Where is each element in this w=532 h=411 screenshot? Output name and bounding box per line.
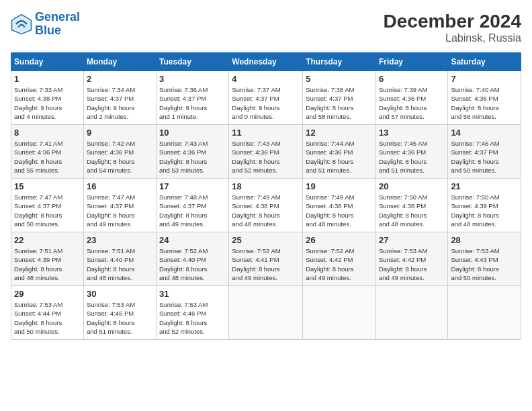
day-info: Sunrise: 7:42 AM Sunset: 4:36 PM Dayligh… (87, 139, 153, 175)
day-number: 18 (232, 181, 300, 191)
calendar-cell: 1Sunrise: 7:33 AM Sunset: 4:38 PM Daylig… (11, 71, 84, 125)
calendar-cell: 17Sunrise: 7:48 AM Sunset: 4:37 PM Dayli… (157, 179, 229, 232)
day-number: 7 (451, 74, 518, 84)
calendar-cell: 18Sunrise: 7:49 AM Sunset: 4:38 PM Dayli… (229, 179, 303, 232)
col-wednesday: Wednesday (229, 53, 303, 71)
calendar-cell: 16Sunrise: 7:47 AM Sunset: 4:37 PM Dayli… (83, 179, 156, 232)
title-block: December 2024 Labinsk, Russia (384, 11, 521, 44)
calendar-cell: 12Sunrise: 7:44 AM Sunset: 4:36 PM Dayli… (303, 125, 376, 179)
day-number: 5 (306, 74, 373, 84)
day-number: 3 (159, 74, 226, 84)
page-subtitle: Labinsk, Russia (384, 32, 521, 44)
calendar-cell: 6Sunrise: 7:39 AM Sunset: 4:36 PM Daylig… (375, 71, 447, 125)
day-number: 19 (306, 181, 373, 191)
day-info: Sunrise: 7:47 AM Sunset: 4:37 PM Dayligh… (87, 193, 153, 228)
day-number: 13 (379, 128, 445, 138)
calendar-cell: 31Sunrise: 7:53 AM Sunset: 4:46 PM Dayli… (157, 286, 229, 340)
calendar-cell: 4Sunrise: 7:37 AM Sunset: 4:37 PM Daylig… (229, 71, 303, 125)
col-saturday: Saturday (448, 53, 521, 71)
day-number: 28 (451, 235, 518, 245)
calendar-week-1: 8Sunrise: 7:41 AM Sunset: 4:36 PM Daylig… (11, 125, 521, 179)
logo-icon (11, 13, 32, 35)
calendar-cell: 8Sunrise: 7:41 AM Sunset: 4:36 PM Daylig… (11, 125, 84, 179)
calendar-cell: 25Sunrise: 7:52 AM Sunset: 4:41 PM Dayli… (229, 232, 303, 286)
day-number: 6 (379, 74, 445, 84)
day-number: 10 (159, 128, 226, 138)
day-number: 29 (14, 289, 81, 299)
day-number: 12 (306, 128, 373, 138)
day-number: 31 (159, 289, 226, 299)
calendar-cell: 27Sunrise: 7:53 AM Sunset: 4:42 PM Dayli… (375, 232, 447, 286)
calendar-cell (448, 286, 521, 340)
day-number: 23 (87, 235, 153, 245)
day-number: 4 (232, 74, 300, 84)
calendar-cell: 28Sunrise: 7:53 AM Sunset: 4:43 PM Dayli… (448, 232, 521, 286)
day-number: 8 (14, 128, 81, 138)
day-info: Sunrise: 7:53 AM Sunset: 4:45 PM Dayligh… (87, 300, 153, 336)
day-number: 26 (306, 235, 373, 245)
calendar-week-3: 22Sunrise: 7:51 AM Sunset: 4:39 PM Dayli… (11, 232, 521, 286)
day-info: Sunrise: 7:47 AM Sunset: 4:37 PM Dayligh… (14, 193, 81, 228)
logo-general: General (35, 10, 80, 24)
day-info: Sunrise: 7:51 AM Sunset: 4:40 PM Dayligh… (87, 246, 153, 282)
calendar-cell: 10Sunrise: 7:43 AM Sunset: 4:36 PM Dayli… (157, 125, 229, 179)
calendar-header-row: SundayMondayTuesdayWednesdayThursdayFrid… (11, 53, 521, 71)
col-sunday: Sunday (11, 53, 84, 71)
calendar-cell (303, 286, 376, 340)
day-info: Sunrise: 7:46 AM Sunset: 4:37 PM Dayligh… (451, 139, 518, 175)
day-info: Sunrise: 7:52 AM Sunset: 4:42 PM Dayligh… (306, 246, 373, 282)
day-info: Sunrise: 7:49 AM Sunset: 4:38 PM Dayligh… (306, 193, 373, 228)
col-thursday: Thursday (303, 53, 376, 71)
calendar-cell: 20Sunrise: 7:50 AM Sunset: 4:38 PM Dayli… (375, 179, 447, 232)
calendar-cell: 30Sunrise: 7:53 AM Sunset: 4:45 PM Dayli… (83, 286, 156, 340)
calendar-cell: 2Sunrise: 7:34 AM Sunset: 4:37 PM Daylig… (83, 71, 156, 125)
page-title: December 2024 (384, 11, 521, 32)
day-number: 20 (379, 181, 445, 191)
calendar-cell (229, 286, 303, 340)
day-number: 17 (159, 181, 226, 191)
logo-text: General Blue (35, 11, 80, 38)
day-number: 22 (14, 235, 81, 245)
day-number: 2 (87, 74, 153, 84)
calendar-cell: 24Sunrise: 7:52 AM Sunset: 4:40 PM Dayli… (157, 232, 229, 286)
day-info: Sunrise: 7:38 AM Sunset: 4:37 PM Dayligh… (306, 85, 373, 121)
logo-blue: Blue (35, 24, 61, 37)
day-info: Sunrise: 7:48 AM Sunset: 4:37 PM Dayligh… (159, 193, 226, 228)
day-info: Sunrise: 7:53 AM Sunset: 4:44 PM Dayligh… (14, 300, 81, 336)
day-info: Sunrise: 7:39 AM Sunset: 4:36 PM Dayligh… (379, 85, 445, 121)
col-friday: Friday (375, 53, 447, 71)
day-number: 1 (14, 74, 81, 84)
logo: General Blue (11, 11, 80, 38)
day-number: 16 (87, 181, 153, 191)
day-info: Sunrise: 7:41 AM Sunset: 4:36 PM Dayligh… (14, 139, 81, 175)
day-info: Sunrise: 7:44 AM Sunset: 4:36 PM Dayligh… (306, 139, 373, 175)
calendar-week-2: 15Sunrise: 7:47 AM Sunset: 4:37 PM Dayli… (11, 179, 521, 232)
day-number: 30 (87, 289, 153, 299)
calendar-week-4: 29Sunrise: 7:53 AM Sunset: 4:44 PM Dayli… (11, 286, 521, 340)
day-info: Sunrise: 7:50 AM Sunset: 4:38 PM Dayligh… (379, 193, 445, 228)
calendar-cell: 26Sunrise: 7:52 AM Sunset: 4:42 PM Dayli… (303, 232, 376, 286)
col-tuesday: Tuesday (157, 53, 229, 71)
calendar-table: SundayMondayTuesdayWednesdayThursdayFrid… (11, 52, 521, 340)
day-info: Sunrise: 7:50 AM Sunset: 4:39 PM Dayligh… (451, 193, 518, 228)
day-info: Sunrise: 7:36 AM Sunset: 4:37 PM Dayligh… (159, 85, 226, 121)
day-info: Sunrise: 7:43 AM Sunset: 4:36 PM Dayligh… (159, 139, 226, 175)
day-info: Sunrise: 7:34 AM Sunset: 4:37 PM Dayligh… (87, 85, 153, 121)
day-info: Sunrise: 7:52 AM Sunset: 4:41 PM Dayligh… (232, 246, 300, 282)
calendar-cell: 9Sunrise: 7:42 AM Sunset: 4:36 PM Daylig… (83, 125, 156, 179)
page: General Blue December 2024 Labinsk, Russ… (0, 0, 532, 411)
day-number: 21 (451, 181, 518, 191)
calendar-cell: 11Sunrise: 7:43 AM Sunset: 4:36 PM Dayli… (229, 125, 303, 179)
calendar-cell: 19Sunrise: 7:49 AM Sunset: 4:38 PM Dayli… (303, 179, 376, 232)
calendar-cell: 7Sunrise: 7:40 AM Sunset: 4:36 PM Daylig… (448, 71, 521, 125)
calendar-cell: 22Sunrise: 7:51 AM Sunset: 4:39 PM Dayli… (11, 232, 84, 286)
calendar-cell: 21Sunrise: 7:50 AM Sunset: 4:39 PM Dayli… (448, 179, 521, 232)
calendar-cell: 3Sunrise: 7:36 AM Sunset: 4:37 PM Daylig… (157, 71, 229, 125)
day-number: 27 (379, 235, 445, 245)
col-monday: Monday (83, 53, 156, 71)
calendar-cell: 15Sunrise: 7:47 AM Sunset: 4:37 PM Dayli… (11, 179, 84, 232)
calendar-cell (375, 286, 447, 340)
calendar-cell: 14Sunrise: 7:46 AM Sunset: 4:37 PM Dayli… (448, 125, 521, 179)
calendar-week-0: 1Sunrise: 7:33 AM Sunset: 4:38 PM Daylig… (11, 71, 521, 125)
day-info: Sunrise: 7:53 AM Sunset: 4:43 PM Dayligh… (451, 246, 518, 282)
